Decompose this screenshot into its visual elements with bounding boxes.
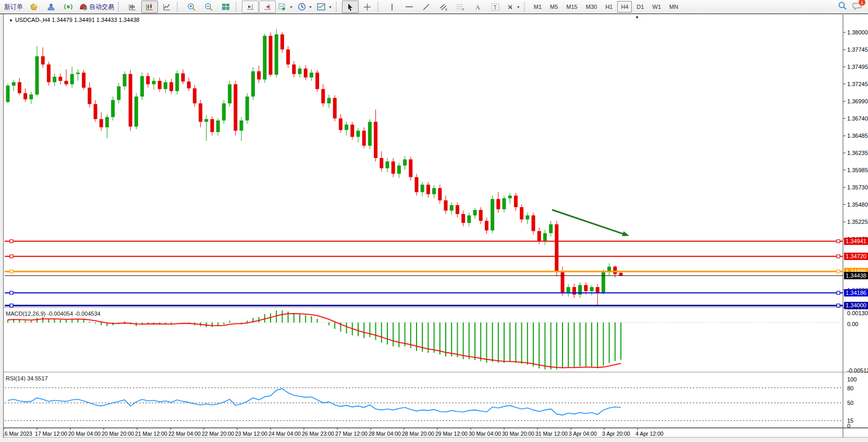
crosshair-button[interactable]	[359, 1, 376, 13]
search-icon[interactable]	[838, 1, 847, 13]
time-tick-label: 21 Mar 12:00	[135, 431, 167, 437]
line-chart-button[interactable]	[158, 1, 175, 13]
line-drag-handle[interactable]	[10, 304, 13, 307]
timeframe-button-h4[interactable]: H4	[617, 1, 632, 13]
candlestick-chart-button[interactable]	[141, 1, 158, 13]
candle-body	[549, 224, 553, 233]
price-tick-label: 1.36485	[847, 133, 868, 139]
tile-windows-button[interactable]	[217, 1, 234, 13]
candle-body	[29, 94, 33, 99]
candle-body	[485, 221, 488, 230]
time-tick-label: 30 Mar 20:00	[502, 431, 534, 437]
candle-body	[146, 76, 150, 85]
line-drag-handle[interactable]	[10, 240, 13, 243]
candle-body	[292, 65, 296, 74]
signal-icon[interactable]	[60, 1, 77, 13]
chart-shift-button[interactable]	[259, 1, 276, 13]
candle-body	[47, 65, 51, 82]
line-drag-handle[interactable]	[837, 240, 840, 243]
price-line-label: 1.34438	[846, 272, 866, 279]
candle-body	[211, 119, 214, 132]
candle-body	[456, 205, 459, 214]
timeframe-button-m15[interactable]: M15	[563, 1, 581, 13]
trend-arrow-head[interactable]	[622, 231, 629, 236]
equidistant-channel-tool[interactable]: E	[435, 1, 452, 13]
candle-body	[164, 82, 167, 89]
line-drag-handle[interactable]	[10, 270, 13, 273]
window-caret-icon[interactable]: ▼	[635, 15, 639, 20]
candle-body	[584, 285, 588, 291]
timeframe-button-mn[interactable]: MN	[666, 1, 682, 13]
bar-chart-button[interactable]	[124, 1, 141, 13]
text-tool[interactable]: A	[470, 1, 486, 13]
candle-body	[181, 74, 185, 82]
cursor-button[interactable]	[342, 1, 359, 13]
candle-body	[339, 118, 343, 130]
line-drag-handle[interactable]	[10, 255, 13, 258]
text-label-tool[interactable]: T	[487, 1, 504, 13]
zoom-in-button[interactable]	[183, 1, 200, 13]
toolbar-grip	[177, 2, 180, 11]
candle-body	[619, 273, 623, 276]
trendline-tool[interactable]	[418, 1, 435, 13]
timeframe-button-m30[interactable]: M30	[582, 1, 601, 13]
line-drag-handle[interactable]	[837, 270, 840, 273]
timeframe-button-w1[interactable]: W1	[649, 1, 665, 13]
candle-body	[158, 81, 162, 89]
line-drag-handle[interactable]	[837, 255, 840, 258]
candle-body	[479, 210, 483, 221]
time-tick-label: 23 Mar 12:00	[235, 431, 267, 437]
trend-arrow[interactable]	[552, 210, 625, 234]
time-tick-label: 28 Mar 20:00	[402, 431, 434, 437]
price-tick-label: 1.35480	[847, 201, 868, 208]
candle-body	[450, 205, 454, 210]
autotrading-button[interactable]: 自动交易	[77, 1, 116, 13]
symbol-dropdown-icon[interactable]: ▼	[9, 18, 13, 23]
chart-window[interactable]: 1.380001.377451.374951.372451.369901.367…	[3, 14, 868, 438]
time-tick-label: 30 Mar 04:00	[469, 431, 501, 437]
timeframe-button-m5[interactable]: M5	[546, 1, 561, 13]
candle-body	[199, 103, 202, 122]
timeframe-button-m1[interactable]: M1	[530, 1, 545, 13]
timeframe-button-d1[interactable]: D1	[633, 1, 647, 13]
time-tick-label: 3 Apr 20:00	[602, 431, 630, 437]
horizontal-line-tool[interactable]	[401, 1, 418, 13]
chevron-down-icon: ▼	[328, 5, 332, 9]
periods-button[interactable]: ▼	[296, 1, 314, 13]
candle-body	[503, 198, 506, 209]
chart-canvas[interactable]: 1.380001.377451.374951.372451.369901.367…	[4, 14, 868, 438]
arrows-tool[interactable]: ▼	[504, 1, 522, 13]
notifications-icon[interactable]: 1	[852, 1, 863, 13]
time-tick-label: 27 Mar 12:00	[335, 431, 368, 437]
candle-body	[286, 50, 290, 65]
line-drag-handle[interactable]	[10, 291, 13, 294]
zoom-out-button[interactable]	[200, 1, 217, 13]
community-icon[interactable]	[43, 1, 59, 13]
price-tick-label: 1.35730	[847, 184, 868, 190]
price-line-label: 1.34000	[846, 302, 866, 308]
line-drag-handle[interactable]	[837, 291, 840, 294]
fibonacci-tool[interactable]: F	[453, 1, 469, 13]
line-drag-handle[interactable]	[837, 304, 840, 307]
candle-body	[280, 34, 284, 50]
new-order-button[interactable]: 新订单	[2, 1, 25, 13]
time-tick-label: 28 Mar 04:00	[369, 431, 401, 437]
time-tick-label: 31 Mar 12:00	[535, 431, 568, 437]
candle-body	[409, 159, 412, 177]
auto-scroll-button[interactable]	[242, 1, 259, 13]
price-line-label: 1.34186	[846, 290, 866, 296]
new-chart-button[interactable]: ▼	[276, 1, 295, 13]
time-tick-label: 17 Mar 12:00	[35, 431, 67, 437]
candle-body	[321, 89, 325, 103]
candle-body	[345, 125, 348, 130]
gold-icon[interactable]	[26, 1, 42, 13]
candle-body	[613, 267, 617, 274]
chart-title-text: USDCAD-,H4 1.34479 1.34491 1.34433 1.344…	[15, 17, 140, 23]
candles-layer	[6, 29, 623, 306]
chevron-down-icon: ▼	[289, 5, 293, 9]
svg-text:F: F	[462, 8, 464, 11]
vertical-line-tool[interactable]	[384, 1, 400, 13]
candle-body	[444, 200, 448, 211]
indicators-button[interactable]: ▼	[315, 1, 334, 13]
timeframe-button-h1[interactable]: H1	[602, 1, 616, 13]
